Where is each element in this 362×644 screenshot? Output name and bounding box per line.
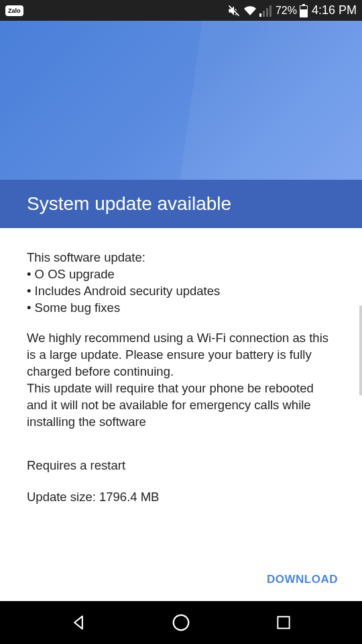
update-intro: This software update: <box>27 250 335 266</box>
scrollbar[interactable] <box>359 305 362 396</box>
back-button[interactable] <box>45 613 112 632</box>
home-icon <box>171 612 191 633</box>
battery-percent: 72% <box>276 5 297 17</box>
svg-rect-3 <box>266 8 268 17</box>
clock: 4:16 PM <box>312 3 357 17</box>
mute-icon <box>227 4 241 17</box>
bullet-os-upgrade: • O OS upgrade <box>27 266 335 283</box>
update-content: This software update: • O OS upgrade • I… <box>0 228 362 506</box>
svg-rect-7 <box>300 6 307 9</box>
recent-icon <box>275 614 292 631</box>
download-button[interactable]: DOWNLOAD <box>257 566 347 593</box>
svg-rect-9 <box>278 616 290 628</box>
navigation-bar <box>0 601 362 644</box>
bullet-bugfixes: • Some bug fixes <box>27 300 335 317</box>
recent-apps-button[interactable] <box>250 614 317 631</box>
update-size: Update size: 1796.4 MB <box>27 489 335 506</box>
battery-icon <box>300 4 308 17</box>
bullet-security: • Includes Android security updates <box>27 283 335 300</box>
header-title-bar: System update available <box>0 180 362 228</box>
signal-icon <box>259 5 273 17</box>
svg-rect-2 <box>263 11 265 17</box>
notification-app-badge: Zalo <box>5 5 23 16</box>
wifi-recommendation: We highly recommend using a Wi-Fi connec… <box>27 330 335 380</box>
svg-rect-4 <box>269 5 272 17</box>
svg-rect-1 <box>259 13 261 17</box>
svg-rect-6 <box>302 4 305 5</box>
update-bullets: • O OS upgrade • Includes Android securi… <box>27 266 335 317</box>
svg-point-8 <box>174 615 189 631</box>
reboot-note: This update will require that your phone… <box>27 380 335 431</box>
wifi-icon <box>243 5 257 17</box>
status-right: 72% 4:16 PM <box>227 3 357 17</box>
status-left: Zalo <box>5 5 23 16</box>
page-title: System update available <box>27 193 231 215</box>
back-icon <box>69 613 88 632</box>
status-bar: Zalo 72% 4:16 PM <box>0 0 362 21</box>
header-banner: System update available <box>0 21 362 228</box>
home-button[interactable] <box>147 612 215 633</box>
restart-note: Requires a restart <box>27 458 335 474</box>
